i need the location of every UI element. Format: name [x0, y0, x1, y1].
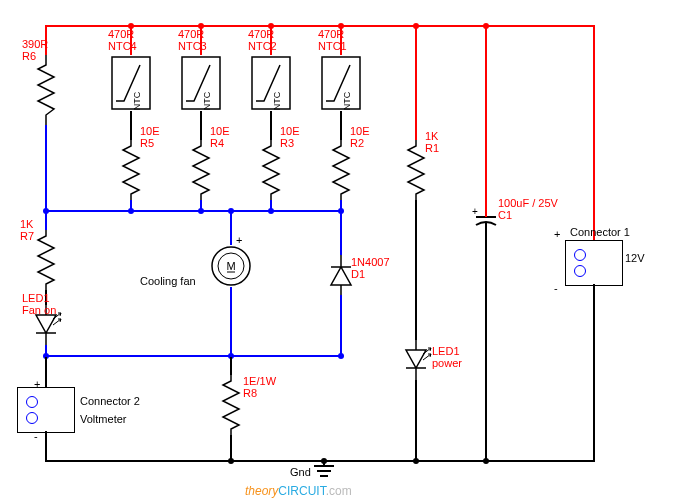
- connector-pin-icon: [26, 412, 38, 424]
- label-d1-ref: D1: [351, 268, 365, 281]
- svg-text:M: M: [226, 260, 235, 272]
- wire: [130, 111, 132, 140]
- junction: [483, 23, 489, 29]
- svg-text:+: +: [472, 206, 478, 217]
- thermistor-ntc1: NTC: [320, 55, 362, 115]
- wire: [415, 200, 417, 340]
- wire: [340, 210, 342, 255]
- label-conn1-voltage: 12V: [625, 252, 645, 265]
- label-conn1-minus: -: [554, 282, 558, 295]
- junction: [198, 208, 204, 214]
- label-r3-ref: R3: [280, 137, 294, 150]
- wire: [340, 111, 342, 140]
- connector-pin-icon: [26, 396, 38, 408]
- wire: [485, 235, 487, 460]
- schematic-canvas: 390R R6 NTC 470R NTC4 NTC 470R NTC3 NTC …: [0, 0, 673, 503]
- label-r4-ref: R4: [210, 137, 224, 150]
- motor-fan: M: [210, 245, 252, 291]
- led-power: [401, 340, 431, 384]
- label-conn1-plus: +: [554, 228, 560, 241]
- credit-text: theoryCIRCUIT.com: [245, 484, 352, 498]
- wire: [270, 111, 272, 140]
- label-fan: Cooling fan: [140, 275, 196, 288]
- junction: [413, 458, 419, 464]
- resistor-r7: [36, 230, 56, 294]
- wire: [340, 295, 342, 357]
- connector-2: [17, 387, 75, 433]
- label-r1-ref: R1: [425, 142, 439, 155]
- junction: [228, 458, 234, 464]
- label-ntc2-ref: NTC2: [248, 40, 277, 53]
- label-conn2-desc: Voltmeter: [80, 413, 126, 426]
- resistor-r2: [331, 140, 351, 204]
- connector-pin-icon: [574, 249, 586, 261]
- label-ntc1-ref: NTC1: [318, 40, 347, 53]
- label-r5-ref: R5: [140, 137, 154, 150]
- thermistor-ntc2: NTC: [250, 55, 292, 115]
- connector-1: [565, 240, 623, 286]
- junction: [413, 23, 419, 29]
- resistor-r6: [36, 55, 56, 129]
- svg-text:NTC: NTC: [132, 91, 142, 110]
- connector-pin-icon: [574, 265, 586, 277]
- label-conn2-minus: -: [34, 430, 38, 443]
- junction: [483, 458, 489, 464]
- label-c1-ref: C1: [498, 209, 512, 222]
- credit-main: CIRCUIT: [278, 484, 325, 498]
- wire: [45, 210, 47, 230]
- wire: [230, 435, 232, 460]
- resistor-r4: [191, 140, 211, 204]
- label-conn2-name: Connector 2: [80, 395, 140, 408]
- label-gnd: Gnd: [290, 466, 311, 479]
- label-ntc3-ref: NTC3: [178, 40, 207, 53]
- label-conn1-name: Connector 1: [570, 226, 630, 239]
- svg-text:NTC: NTC: [272, 91, 282, 110]
- label-r7-ref: R7: [20, 230, 34, 243]
- wire: [485, 25, 487, 205]
- wire: [200, 111, 202, 140]
- thermistor-ntc4: NTC: [110, 55, 152, 115]
- thermistor-ntc3: NTC: [180, 55, 222, 115]
- label-r8-ref: R8: [243, 387, 257, 400]
- label-led-fan-desc: Fan on: [22, 304, 56, 317]
- wire: [45, 357, 47, 387]
- wire: [593, 284, 595, 460]
- wire-bus-bot: [45, 355, 342, 357]
- wire: [415, 380, 417, 460]
- junction: [338, 353, 344, 359]
- credit-suf: .com: [326, 484, 352, 498]
- label-r6-ref: R6: [22, 50, 36, 63]
- wire-bus-top: [45, 210, 342, 212]
- label-motor-plus: +: [236, 234, 242, 247]
- label-led-pwr-desc: power: [432, 357, 462, 370]
- wire: [415, 25, 417, 140]
- wire: [45, 125, 47, 210]
- resistor-r8: [221, 375, 241, 439]
- wire: [593, 25, 595, 240]
- wire: [230, 357, 232, 375]
- junction: [321, 458, 327, 464]
- svg-text:NTC: NTC: [202, 91, 212, 110]
- resistor-r5: [121, 140, 141, 204]
- svg-text:NTC: NTC: [342, 91, 352, 110]
- junction: [228, 208, 234, 214]
- junction: [268, 208, 274, 214]
- wire: [230, 287, 232, 357]
- resistor-r1: [406, 140, 426, 204]
- junction: [128, 208, 134, 214]
- wire: [45, 431, 47, 460]
- label-r2-ref: R2: [350, 137, 364, 150]
- credit-pre: theory: [245, 484, 278, 498]
- resistor-r3: [261, 140, 281, 204]
- wire: [230, 210, 232, 245]
- label-ntc4-ref: NTC4: [108, 40, 137, 53]
